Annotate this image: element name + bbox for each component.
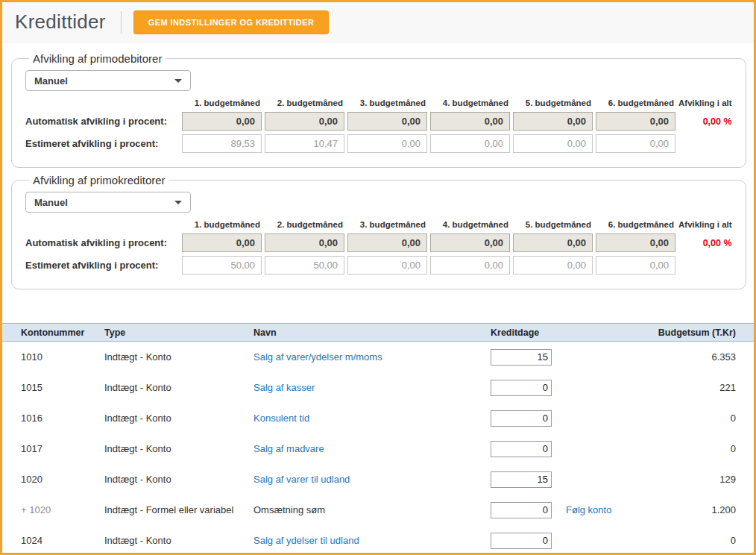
account-number: 1015 xyxy=(21,382,104,393)
est-pct-input[interactable] xyxy=(513,256,593,275)
follow-account-link[interactable]: Følg konto xyxy=(566,504,611,515)
table-header-row: Kontonummer Type Navn Kreditdage Budgets… xyxy=(2,323,754,342)
auto-pct-input xyxy=(265,112,344,131)
total-percentage: 0,00 % xyxy=(678,238,734,248)
month-header-row: 1. budgetmåned 2. budgetmåned 3. budgetm… xyxy=(24,220,734,229)
est-pct-input[interactable] xyxy=(430,134,510,153)
total-percentage: 0,00 % xyxy=(678,116,734,127)
account-name-link[interactable]: Salg af varer til udland xyxy=(253,474,350,485)
chevron-down-icon xyxy=(174,79,182,83)
estimated-row: Estimeret afvikling i procent: xyxy=(24,256,734,275)
total-header: Afvikling i alt xyxy=(678,98,734,107)
automatic-row: Automatisk afvikling i procent: 0,00 % xyxy=(24,112,734,131)
estimated-row-label: Estimeret afvikling i procent: xyxy=(24,138,179,149)
month-header: 2. budgetmåned xyxy=(265,98,344,107)
automatic-row-label: Automatisk afvikling i procent: xyxy=(24,116,179,127)
month-header: 2. budgetmåned xyxy=(265,220,344,229)
account-name-link[interactable]: Salg af ydelser til udland xyxy=(253,535,359,546)
account-name-link[interactable]: Salg af varer/ydelser m/moms xyxy=(253,351,382,363)
section-legend: Afvikling af primokreditorer xyxy=(29,174,169,186)
section-primokreditorer: Afvikling af primokreditorer Manuel 1. b… xyxy=(11,174,746,289)
month-header: 1. budgetmåned xyxy=(182,98,262,107)
credit-days-input[interactable] xyxy=(491,380,552,396)
table-row: 1015 Indtægt - Konto Salg af kasser 221 xyxy=(2,372,754,403)
auto-pct-input xyxy=(182,233,262,252)
credit-days-input[interactable] xyxy=(491,441,552,457)
page-title: Kredittider xyxy=(15,10,106,34)
month-header: 6. budgetmåned xyxy=(596,220,675,229)
auto-pct-input xyxy=(265,233,344,252)
account-type: Indtægt - Konto xyxy=(104,351,253,363)
auto-pct-input xyxy=(182,112,262,131)
auto-pct-input xyxy=(430,233,510,252)
est-pct-input[interactable] xyxy=(430,256,510,275)
mode-select[interactable]: Manuel xyxy=(25,70,191,91)
est-pct-input[interactable] xyxy=(596,256,675,275)
credit-days-input[interactable] xyxy=(491,533,552,549)
account-type: Indtægt - Formel eller variabel xyxy=(104,504,253,515)
col-header-name: Navn xyxy=(253,327,491,338)
mode-select-value: Manuel xyxy=(34,197,68,208)
table-row: 1017 Indtægt - Konto Salg af madvare 0 xyxy=(2,433,754,464)
table-row: 1024 Indtægt - Konto Salg af ydelser til… xyxy=(2,525,754,555)
budget-sum: 1.200 xyxy=(646,504,736,515)
save-settings-button[interactable]: GEM INDSTILLINGER OG KREDITTIDER xyxy=(133,10,329,34)
month-header: 5. budgetmåned xyxy=(513,220,593,229)
page-header: Kredittider GEM INDSTILLINGER OG KREDITT… xyxy=(2,2,754,43)
account-type: Indtægt - Konto xyxy=(104,382,253,393)
account-number: 1010 xyxy=(21,351,104,363)
auto-pct-input xyxy=(596,233,675,252)
col-header-type: Type xyxy=(104,327,253,338)
table-row: 1016 Indtægt - Konto Konsulent tid 0 xyxy=(2,403,754,433)
budget-sum: 129 xyxy=(646,474,736,485)
account-number: 1024 xyxy=(21,535,104,546)
account-name-link[interactable]: Salg af kasser xyxy=(253,382,315,393)
account-name-link[interactable]: Salg af madvare xyxy=(253,443,324,454)
auto-pct-input xyxy=(347,233,427,252)
budget-sum: 0 xyxy=(646,443,736,454)
month-header: 3. budgetmåned xyxy=(347,98,427,107)
budget-sum: 221 xyxy=(646,382,736,393)
month-header: 4. budgetmåned xyxy=(430,98,510,107)
account-type: Indtægt - Konto xyxy=(104,443,253,454)
est-pct-input[interactable] xyxy=(347,134,427,153)
accounts-table: Kontonummer Type Navn Kreditdage Budgets… xyxy=(2,323,754,555)
account-number: 1020 xyxy=(21,474,104,485)
est-pct-input[interactable] xyxy=(347,256,427,275)
auto-pct-input xyxy=(513,233,593,252)
col-header-budget-sum: Budgetsum (T.Kr) xyxy=(646,327,736,338)
est-pct-input[interactable] xyxy=(513,134,593,153)
account-type: Indtægt - Konto xyxy=(104,535,253,546)
mode-select[interactable]: Manuel xyxy=(25,192,191,213)
account-name: Omsætning søm xyxy=(253,504,325,515)
month-header: 1. budgetmåned xyxy=(182,220,262,229)
est-pct-input[interactable] xyxy=(265,134,344,153)
account-number: 1017 xyxy=(21,443,104,454)
est-pct-input[interactable] xyxy=(596,134,675,153)
month-header-row: 1. budgetmåned 2. budgetmåned 3. budgetm… xyxy=(24,98,734,107)
automatic-row: Automatisk afvikling i procent: 0,00 % xyxy=(24,233,734,252)
col-header-account: Kontonummer xyxy=(21,327,104,338)
auto-pct-input xyxy=(347,112,427,131)
table-row: 1020 Indtægt - Konto Salg af varer til u… xyxy=(2,464,754,495)
chevron-down-icon xyxy=(174,201,182,204)
account-type: Indtægt - Konto xyxy=(104,413,253,424)
est-pct-input[interactable] xyxy=(182,256,262,275)
header-divider xyxy=(121,11,122,34)
section-primodebitorer: Afvikling af primodebitorer Manuel 1. bu… xyxy=(11,52,746,168)
account-type: Indtægt - Konto xyxy=(104,474,253,485)
credit-days-input[interactable] xyxy=(491,502,552,518)
account-name-link[interactable]: Konsulent tid xyxy=(253,413,309,424)
credit-days-input[interactable] xyxy=(491,410,552,427)
estimated-row-label: Estimeret afvikling i procent: xyxy=(24,260,179,271)
est-pct-input[interactable] xyxy=(182,134,262,153)
est-pct-input[interactable] xyxy=(265,256,344,275)
section-legend: Afvikling af primodebitorer xyxy=(29,52,166,65)
account-number: 1016 xyxy=(21,413,104,424)
budget-sum: 0 xyxy=(646,413,736,424)
budget-sum: 6.353 xyxy=(646,351,736,363)
app-window: Kredittider GEM INDSTILLINGER OG KREDITT… xyxy=(0,0,756,555)
credit-days-input[interactable] xyxy=(491,471,552,488)
estimated-row: Estimeret afvikling i procent: xyxy=(24,134,734,153)
credit-days-input[interactable] xyxy=(491,349,552,366)
